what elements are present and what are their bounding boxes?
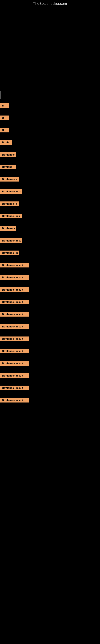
result-item-16[interactable]: Bottleneck result [0, 288, 29, 292]
result-row-19: Bottleneck result [0, 322, 100, 331]
result-row-7: Bottleneck r [0, 175, 100, 184]
result-item-6[interactable]: Bottlene [0, 164, 16, 169]
result-row-10: Bottleneck res [0, 212, 100, 220]
site-title-bar: TheBottlenecker.com [0, 0, 100, 7]
page-wrapper: TheBottlenecker.com B B B Bottle Bottlen… [0, 0, 100, 412]
vertical-indicator [0, 91, 1, 99]
result-row-25: Bottleneck result [0, 396, 100, 404]
result-item-15[interactable]: Bottleneck result [0, 275, 29, 280]
result-item-5[interactable]: Bottleneck [0, 152, 16, 157]
result-item-19[interactable]: Bottleneck result [0, 324, 29, 329]
result-row-9: Bottleneck r [0, 200, 100, 208]
result-item-21[interactable]: Bottleneck result [0, 349, 29, 354]
result-row-6: Bottlene [0, 162, 100, 171]
result-item-8[interactable]: Bottleneck resu [0, 189, 22, 194]
result-item-1[interactable]: B [0, 103, 9, 108]
result-item-14[interactable]: Bottleneck result [0, 263, 29, 268]
result-row-15: Bottleneck result [0, 273, 100, 282]
result-row-22: Bottleneck result [0, 359, 100, 368]
result-item-22[interactable]: Bottleneck result [0, 361, 29, 366]
result-row-20: Bottleneck result [0, 334, 100, 343]
result-row-8: Bottleneck resu [0, 187, 100, 196]
result-item-12[interactable]: Bottleneck resu [0, 238, 22, 243]
result-row-12: Bottleneck resu [0, 236, 100, 245]
result-item-10[interactable]: Bottleneck res [0, 214, 22, 218]
site-title: TheBottlenecker.com [33, 0, 67, 7]
result-item-13[interactable]: Bottleneck re [0, 250, 19, 255]
result-row-5: Bottleneck [0, 150, 100, 159]
result-row-21: Bottleneck result [0, 347, 100, 356]
result-row-16: Bottleneck result [0, 285, 100, 294]
result-row-4: Bottle [0, 138, 100, 147]
result-item-11[interactable]: Bottleneck [0, 226, 16, 231]
result-item-17[interactable]: Bottleneck result [0, 300, 29, 304]
result-row-18: Bottleneck result [0, 310, 100, 318]
result-row-1: B [0, 101, 100, 110]
result-row-23: Bottleneck result [0, 371, 100, 380]
result-item-7[interactable]: Bottleneck r [0, 177, 19, 182]
result-item-23[interactable]: Bottleneck result [0, 373, 29, 378]
result-row-17: Bottleneck result [0, 298, 100, 306]
result-item-2[interactable]: B [0, 116, 9, 120]
result-row-3: B [0, 126, 100, 134]
result-row-13: Bottleneck re [0, 248, 100, 257]
result-row-14: Bottleneck result [0, 261, 100, 270]
result-row-2: B [0, 114, 100, 122]
top-black-section [0, 7, 100, 91]
result-row-24: Bottleneck result [0, 384, 100, 392]
result-item-25[interactable]: Bottleneck result [0, 398, 29, 402]
result-item-4[interactable]: Bottle [0, 140, 12, 145]
result-item-18[interactable]: Bottleneck result [0, 312, 29, 316]
result-row-11: Bottleneck [0, 224, 100, 233]
result-item-20[interactable]: Bottleneck result [0, 336, 29, 341]
result-item-24[interactable]: Bottleneck result [0, 386, 29, 390]
result-item-3[interactable]: B [0, 128, 9, 132]
result-item-9[interactable]: Bottleneck r [0, 202, 19, 206]
